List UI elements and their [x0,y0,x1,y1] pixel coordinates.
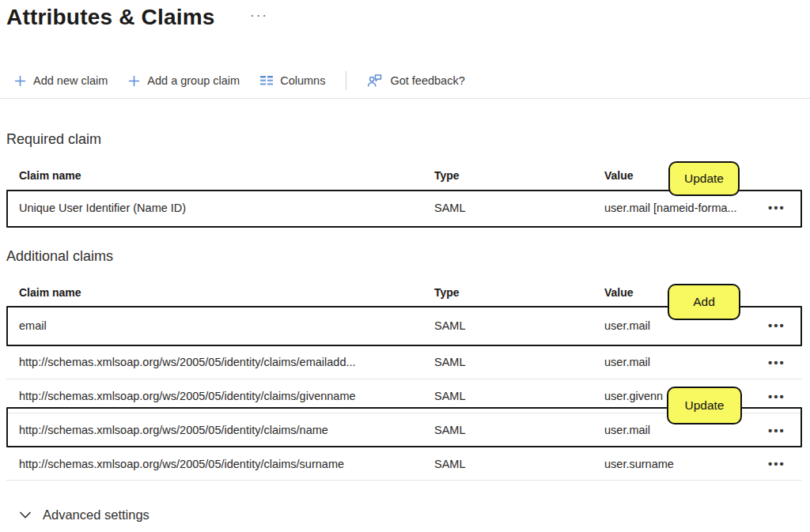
claim-name-cell: http://schemas.xmlsoap.org/ws/2005/05/id… [6,424,434,436]
toolbar-divider [346,71,346,90]
value-cell: user.surname [604,458,751,470]
claim-name-cell: Unique User Identifier (Name ID) [6,202,434,214]
add-group-claim-label: Add a group claim [147,74,240,87]
row-menu-button[interactable] [751,187,802,228]
value-cell: user.mail [604,424,751,436]
column-header-claim-name: Claim name [6,286,434,299]
value-cell: user.mail [604,356,751,368]
ellipsis-icon [768,424,785,436]
column-header-claim-name: Claim name [6,169,434,182]
add-new-claim-button[interactable]: Add new claim [14,74,108,87]
column-header-type: Type [434,286,604,299]
row-menu-button[interactable] [751,447,802,480]
row-menu-button[interactable] [751,305,802,345]
ellipsis-icon [768,391,785,402]
column-header-type: Type [434,169,604,182]
command-bar: Add new claim Add a group claim Columns [14,70,465,92]
table-row-surname[interactable]: http://schemas.xmlsoap.org/ws/2005/05/id… [6,447,802,481]
ellipsis-icon [768,458,785,470]
ellipsis-icon [768,319,785,331]
ellipsis-icon [768,202,785,213]
additional-claims-heading: Additional claims [6,248,113,265]
claim-name-cell: email [6,319,434,332]
advanced-settings-toggle[interactable]: Advanced settings [19,507,150,523]
chevron-down-icon [19,511,32,519]
annotation-callout-update-required: Update [668,161,740,196]
row-menu-button[interactable] [751,413,802,447]
page-title: Attributes & Claims [6,5,215,30]
columns-label: Columns [280,74,325,87]
type-cell: SAML [434,202,604,214]
row-menu-button[interactable] [751,345,802,379]
ellipsis-icon [768,357,785,368]
type-cell: SAML [434,356,604,368]
value-cell: user.mail [604,319,751,332]
table-row-emailaddress[interactable]: http://schemas.xmlsoap.org/ws/2005/05/id… [6,345,802,379]
toolbar-separator [0,98,810,99]
plus-icon [14,75,26,87]
claim-name-cell: http://schemas.xmlsoap.org/ws/2005/05/id… [6,458,434,470]
plus-icon [128,75,140,87]
required-claim-heading: Required claim [6,131,101,148]
got-feedback-button[interactable]: Got feedback? [367,74,464,89]
got-feedback-label: Got feedback? [390,74,464,87]
annotation-callout-update-name: Update [667,387,742,424]
row-menu-button[interactable] [751,379,802,413]
attributes-claims-page: Attributes & Claims Add new claim Add a … [0,0,810,532]
feedback-icon [367,74,383,89]
claim-name-cell: http://schemas.xmlsoap.org/ws/2005/05/id… [6,390,434,402]
add-group-claim-button[interactable]: Add a group claim [128,74,240,87]
value-cell: user.mail [nameid-forma... [604,202,751,214]
columns-icon [260,75,273,86]
annotation-callout-add-email: Add [668,284,740,320]
type-cell: SAML [434,424,604,436]
more-menu-icon[interactable] [250,8,268,24]
claim-name-cell: http://schemas.xmlsoap.org/ws/2005/05/id… [6,356,434,368]
type-cell: SAML [434,458,604,470]
columns-button[interactable]: Columns [260,74,325,87]
add-new-claim-label: Add new claim [33,74,108,87]
type-cell: SAML [434,390,604,402]
advanced-settings-label: Advanced settings [43,507,150,523]
type-cell: SAML [434,319,604,332]
